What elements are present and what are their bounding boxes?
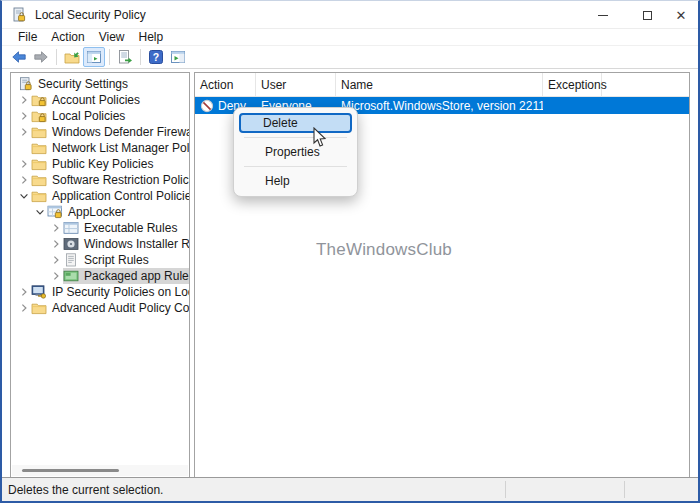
- tree-item-label: Security Settings: [38, 77, 128, 91]
- tree-item-account-policies[interactable]: Account Policies: [11, 92, 189, 108]
- expander-collapsed-icon[interactable]: [17, 301, 31, 315]
- context-menu-separator: [244, 166, 347, 167]
- column-header-action[interactable]: Action: [195, 73, 256, 96]
- packaged-app-rules-icon: [63, 269, 79, 283]
- installer-rules-icon: [63, 237, 79, 251]
- maximize-icon: [643, 11, 652, 20]
- tree-item-label: Advanced Audit Policy Config: [52, 301, 190, 315]
- watermark: TheWindowsClub: [287, 239, 452, 261]
- forward-icon: [33, 49, 49, 65]
- tree-item-label: Windows Installer Rules: [84, 237, 190, 251]
- console-tree-pane: Security SettingsAccount PoliciesLocal P…: [10, 72, 190, 478]
- context-menu-item-help[interactable]: Help: [239, 171, 352, 191]
- tree-item-application-control-policies[interactable]: Application Control Policies: [11, 188, 189, 204]
- script-rules-icon: [63, 253, 79, 267]
- tree-item-software-restriction-policies[interactable]: Software Restriction Policies: [11, 172, 189, 188]
- tree-item-label: Network List Manager Policies: [52, 141, 190, 155]
- help-button[interactable]: ?: [145, 47, 167, 67]
- folder-lock-icon: [31, 109, 47, 123]
- expander-collapsed-icon[interactable]: [49, 269, 63, 283]
- expander-collapsed-icon[interactable]: [49, 221, 63, 235]
- cell-text: Microsoft.WindowsStore, version 22110...: [341, 99, 543, 113]
- tree-item-applocker[interactable]: AppLocker: [11, 204, 189, 220]
- ip-security-icon: [31, 285, 47, 299]
- thewindowsclub-logo: [287, 239, 309, 261]
- tree-item-label: IP Security Policies on Local C: [52, 285, 190, 299]
- context-menu-item-delete[interactable]: Delete: [239, 113, 352, 133]
- folder-icon: [31, 157, 47, 171]
- folder-icon: [31, 125, 47, 139]
- tree-item-executable-rules[interactable]: Executable Rules: [11, 220, 189, 236]
- close-button[interactable]: ✕: [664, 1, 698, 29]
- status-text: Deletes the current selection.: [8, 483, 163, 497]
- column-header-user[interactable]: User: [256, 73, 336, 96]
- status-bar: Deletes the current selection.: [2, 477, 698, 501]
- tree-item-highlight: Application Control Policies: [31, 188, 190, 204]
- export-list-button[interactable]: [114, 47, 136, 67]
- column-header-exceptions[interactable]: Exceptions: [543, 73, 602, 96]
- expander-collapsed-icon[interactable]: [49, 253, 63, 267]
- folder-icon: [31, 189, 47, 203]
- executable-rules-icon: [63, 221, 79, 235]
- status-divider: [505, 481, 506, 498]
- menu-help[interactable]: Help: [132, 29, 171, 46]
- tree-horizontal-scrollbar[interactable]: [12, 465, 188, 476]
- tree-item-label: Script Rules: [84, 253, 149, 267]
- tree-item-label: Account Policies: [52, 93, 140, 107]
- tree-item-packaged-app-rules[interactable]: Packaged app Rules: [11, 268, 189, 284]
- maximize-button[interactable]: [630, 1, 664, 29]
- tree-item-windows-defender-firewall-wi[interactable]: Windows Defender Firewall wi: [11, 124, 189, 140]
- tree-item-highlight: Security Settings: [17, 76, 131, 92]
- toolbar: ?: [2, 46, 698, 69]
- menu-view[interactable]: View: [92, 29, 132, 46]
- up-one-level-button[interactable]: [61, 47, 83, 67]
- security-settings-tree: Security SettingsAccount PoliciesLocal P…: [11, 76, 189, 316]
- column-header-name[interactable]: Name: [336, 73, 543, 96]
- tree-item-ip-security-policies-on-local-c[interactable]: IP Security Policies on Local C: [11, 284, 189, 300]
- tree-item-local-policies[interactable]: Local Policies: [11, 108, 189, 124]
- menu-bar: FileActionViewHelp: [2, 29, 698, 46]
- action-pane-button[interactable]: [167, 47, 189, 67]
- expander-expanded-icon[interactable]: [33, 205, 47, 219]
- tree-item-label: Application Control Policies: [52, 189, 190, 203]
- folder-lock-icon: [31, 93, 47, 107]
- context-menu-item-properties[interactable]: Properties: [239, 142, 352, 162]
- deny-icon: [200, 99, 214, 113]
- toolbar-separator: [56, 49, 57, 65]
- tree-item-highlight: Software Restriction Policies: [31, 172, 190, 188]
- tree-item-script-rules[interactable]: Script Rules: [11, 252, 189, 268]
- expander-collapsed-icon[interactable]: [17, 125, 31, 139]
- scrollbar-thumb[interactable]: [22, 469, 119, 472]
- tree-item-label: AppLocker: [68, 205, 125, 219]
- back-button[interactable]: [8, 47, 30, 67]
- expander-collapsed-icon[interactable]: [17, 93, 31, 107]
- tree-item-highlight: IP Security Policies on Local C: [31, 284, 190, 300]
- expander-collapsed-icon[interactable]: [17, 157, 31, 171]
- expander-collapsed-icon[interactable]: [49, 237, 63, 251]
- console-tree-button[interactable]: [83, 47, 105, 67]
- window-title: Local Security Policy: [35, 8, 146, 22]
- tree-item-advanced-audit-policy-config[interactable]: Advanced Audit Policy Config: [11, 300, 189, 316]
- tree-item-windows-installer-rules[interactable]: Windows Installer Rules: [11, 236, 189, 252]
- forward-button[interactable]: [30, 47, 52, 67]
- security-policy-icon: [11, 7, 27, 23]
- svg-text:?: ?: [153, 51, 159, 63]
- toolbar-separator: [140, 49, 141, 65]
- expander-collapsed-icon[interactable]: [17, 285, 31, 299]
- tree-item-public-key-policies[interactable]: Public Key Policies: [11, 156, 189, 172]
- menu-file[interactable]: File: [11, 29, 44, 46]
- tree-item-highlight: Advanced Audit Policy Config: [31, 300, 190, 316]
- folder-icon: [31, 141, 47, 155]
- tree-item-label: Packaged app Rules: [84, 269, 190, 283]
- expander-collapsed-icon[interactable]: [17, 173, 31, 187]
- minimize-button[interactable]: [586, 1, 620, 29]
- tree-item-highlight: Packaged app Rules: [63, 268, 190, 284]
- expander-collapsed-icon[interactable]: [17, 109, 31, 123]
- list-header: ActionUserNameExceptions: [195, 73, 689, 97]
- menu-action[interactable]: Action: [44, 29, 91, 46]
- status-divider: [624, 481, 625, 498]
- tree-item-security-settings[interactable]: Security Settings: [11, 76, 189, 92]
- expander-expanded-icon[interactable]: [17, 189, 31, 203]
- tree-item-network-list-manager-policies[interactable]: Network List Manager Policies: [11, 140, 189, 156]
- tree-item-highlight: Windows Defender Firewall wi: [31, 124, 190, 140]
